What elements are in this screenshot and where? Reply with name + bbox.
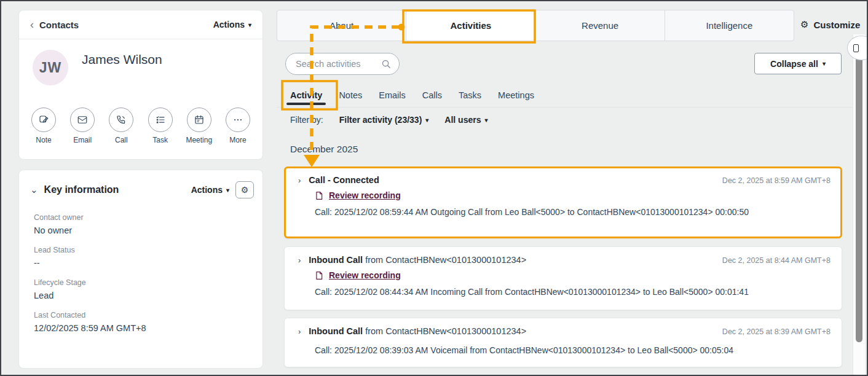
activity-timestamp: Dec 2, 2025 at 8:44 AM GMT+8 <box>722 256 831 265</box>
key-information-header: ⌄ Key information Actions ▾ ⚙ <box>19 170 262 198</box>
tab-revenue[interactable]: Revenue <box>536 10 665 41</box>
more-label: More <box>229 136 246 144</box>
caret-down-icon: ▾ <box>425 117 428 123</box>
search-activities-box <box>285 53 400 75</box>
meeting-button[interactable]: Meeting <box>184 108 214 144</box>
expand-chevron-icon[interactable]: › <box>298 327 301 336</box>
subtab-emails[interactable]: Emails <box>379 90 406 100</box>
email-button[interactable]: Email <box>68 108 97 144</box>
call-log-text: Call: 2025/12/02 08:44:34 AM Incoming Ca… <box>315 287 831 297</box>
email-label: Email <box>73 136 92 144</box>
field-label: Lifecycle Stage <box>34 278 251 287</box>
activity-title-detail: from ContactHBNew<01013000101234> <box>363 326 526 336</box>
subtabs-divider <box>277 107 856 108</box>
collapse-section-chevron-icon[interactable]: ⌄ <box>30 184 38 195</box>
subtab-activity[interactable]: Activity <box>290 90 322 100</box>
field-last-contacted: Last Contacted 12/02/2025 8:59 AM GMT+8 <box>34 311 251 333</box>
more-dots-icon <box>226 108 250 132</box>
vertical-scrollbar-thumb[interactable] <box>856 49 862 342</box>
field-value: 12/02/2025 8:59 AM GMT+8 <box>34 323 251 333</box>
email-icon <box>70 108 95 132</box>
avatar: JW <box>33 50 68 85</box>
filter-by-label: Filter by: <box>290 115 323 125</box>
subtab-tasks[interactable]: Tasks <box>459 90 481 100</box>
collapse-all-label: Collapse all <box>770 59 818 69</box>
field-contact-owner: Contact owner No owner <box>34 213 251 235</box>
activity-title-detail: from ContactHBNew<01013000101234> <box>363 255 526 265</box>
call-button[interactable]: Call <box>106 108 136 144</box>
search-activities-input[interactable] <box>296 59 377 69</box>
activity-timestamp: Dec 2, 2025 at 8:39 AM GMT+8 <box>722 327 831 336</box>
call-icon <box>109 108 133 132</box>
activity-card-inbound-call-2: › Inbound Call from ContactHBNew<0101300… <box>284 318 842 367</box>
crm-contact-record-screen: ‹ Contacts Actions ▾ JW James Wilson Not… <box>0 0 868 376</box>
contact-actions-label: Actions <box>213 20 245 29</box>
back-chevron-icon[interactable]: ‹ <box>30 19 34 30</box>
activity-title[interactable]: Call - Connected <box>309 175 379 185</box>
note-icon <box>31 108 56 132</box>
field-value: Lead <box>34 291 251 300</box>
subtab-calls[interactable]: Calls <box>422 90 442 100</box>
field-label: Contact owner <box>34 213 251 222</box>
gear-icon: ⚙ <box>241 185 249 195</box>
expand-chevron-icon[interactable]: › <box>298 176 301 185</box>
note-button[interactable]: Note <box>29 108 58 144</box>
expand-chevron-icon[interactable]: › <box>298 256 301 265</box>
search-icon <box>381 59 392 69</box>
subtab-meetings[interactable]: Meetings <box>498 90 534 100</box>
field-lifecycle-stage: Lifecycle Stage Lead <box>34 278 251 300</box>
note-label: Note <box>36 136 51 144</box>
task-label: Task <box>152 136 168 144</box>
gear-icon: ⚙ <box>800 19 808 30</box>
meeting-calendar-icon <box>187 108 211 132</box>
task-list-icon <box>148 108 173 132</box>
more-button[interactable]: More <box>223 108 253 144</box>
field-value: No owner <box>34 225 251 235</box>
record-tabs: About Activities Revenue Intelligence <box>277 10 794 41</box>
field-label: Lead Status <box>34 246 251 254</box>
activity-card-inbound-call-1: › Inbound Call from ContactHBNew<0101300… <box>284 246 842 310</box>
meeting-label: Meeting <box>186 136 212 144</box>
caret-down-icon: ▾ <box>484 117 487 123</box>
recording-file-icon <box>315 271 323 280</box>
review-recording-link[interactable]: Review recording <box>329 190 401 200</box>
activity-title[interactable]: Inbound Call <box>309 326 363 336</box>
caret-down-icon: ▾ <box>226 187 229 194</box>
field-lead-status: Lead Status -- <box>34 246 251 268</box>
activity-subtabs: Activity Notes Emails Calls Tasks Meetin… <box>290 87 534 104</box>
contact-card-header: ‹ Contacts Actions ▾ <box>19 10 262 39</box>
tab-activities[interactable]: Activities <box>406 10 535 41</box>
subtab-notes[interactable]: Notes <box>339 90 362 100</box>
contact-actions-button[interactable]: Actions ▾ <box>213 20 251 29</box>
tab-about[interactable]: About <box>277 10 406 41</box>
tab-intelligence[interactable]: Intelligence <box>665 10 794 41</box>
activity-title[interactable]: Inbound Call <box>309 255 363 265</box>
field-label: Last Contacted <box>34 311 251 319</box>
annotation-arrowhead <box>304 155 320 167</box>
call-log-text: Call: 2025/12/02 08:39:03 AM Voicemail f… <box>315 345 831 355</box>
caret-down-icon: ▾ <box>248 22 251 28</box>
quick-actions-row: Note Email Call Task <box>19 108 262 144</box>
breadcrumb[interactable]: Contacts <box>39 20 79 30</box>
activity-timestamp: Dec 2, 2025 at 8:59 AM GMT+8 <box>722 176 831 185</box>
recording-file-icon <box>315 191 323 200</box>
customize-label: Customize <box>813 20 860 30</box>
key-information-fields: Contact owner No owner Lead Status -- Li… <box>19 198 262 333</box>
review-recording-link[interactable]: Review recording <box>329 270 401 280</box>
key-information-title: Key information <box>44 184 119 195</box>
field-value: -- <box>34 258 251 268</box>
customize-button[interactable]: ⚙ Customize <box>800 19 860 30</box>
filter-activity-dropdown[interactable]: Filter activity (23/33) ▾ <box>339 115 429 125</box>
key-information-actions-label: Actions <box>191 185 223 195</box>
key-information-settings-button[interactable]: ⚙ <box>235 181 254 198</box>
all-users-label: All users <box>444 115 481 125</box>
caret-down-icon: ▾ <box>823 60 826 67</box>
key-information-card: ⌄ Key information Actions ▾ ⚙ Contact ow… <box>18 170 263 369</box>
task-button[interactable]: Task <box>146 108 175 144</box>
floating-widget-button[interactable] <box>847 36 868 60</box>
contact-summary-card: ‹ Contacts Actions ▾ JW James Wilson Not… <box>18 10 263 160</box>
key-information-actions-button[interactable]: Actions ▾ <box>191 185 229 195</box>
collapse-all-button[interactable]: Collapse all ▾ <box>754 53 842 74</box>
all-users-dropdown[interactable]: All users ▾ <box>444 115 487 125</box>
filter-row: Filter by: Filter activity (23/33) ▾ All… <box>290 115 488 125</box>
